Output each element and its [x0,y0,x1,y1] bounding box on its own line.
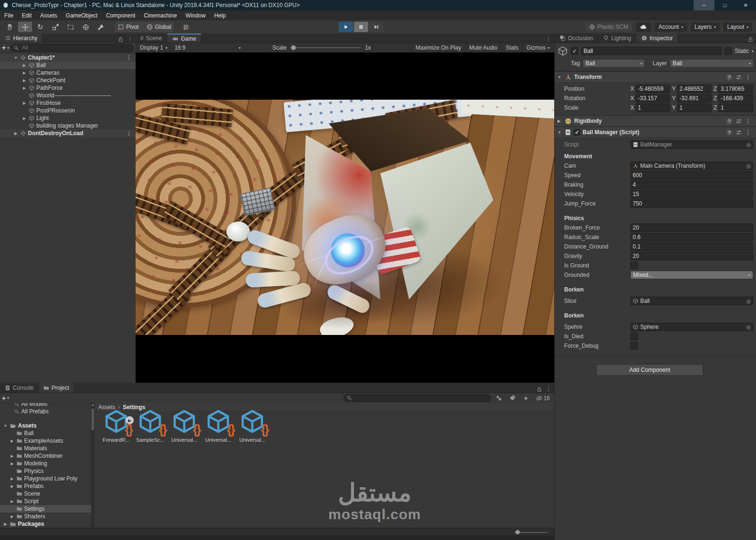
scale-y-field[interactable] [677,103,712,112]
menu-assets[interactable]: Assets [36,10,61,20]
tab-project[interactable]: Project [39,383,74,393]
account-dropdown[interactable]: Account▾ [655,22,687,32]
object-picker-icon[interactable]: ◎ [746,142,751,148]
layer-dropdown[interactable]: Ball▾ [670,59,754,68]
add-component-button[interactable]: Add Component [596,364,703,376]
layers-dropdown[interactable]: Layers▾ [691,22,720,32]
asset-item[interactable]: {} SampleSc... [135,410,165,443]
position-y-field[interactable] [677,85,712,93]
lock-icon[interactable] [747,36,754,43]
close-button[interactable]: ✕ [735,0,756,10]
presets-icon[interactable] [736,129,742,136]
scale-z-field[interactable] [718,103,753,112]
hierarchy-item[interactable]: Woorld------------------------------ [0,92,136,99]
tab-hierarchy[interactable]: Hierarchy [0,34,43,43]
transform-tool-button[interactable] [78,22,93,32]
scrollbar-thumb[interactable] [92,409,94,430]
lock-icon[interactable] [118,36,124,43]
help-icon[interactable]: ? [726,74,732,80]
menu-window[interactable]: Window [181,10,210,20]
static-checkbox[interactable] [724,47,732,55]
braking-field[interactable] [630,180,753,189]
script-object-field[interactable]: BallManager ◎ [630,140,753,149]
maximize-button[interactable]: □ [714,0,735,10]
step-button[interactable] [369,22,383,32]
tree-item-scene[interactable]: Scene [0,490,94,497]
presets-icon[interactable] [736,74,742,80]
scale-slider-knob[interactable] [291,45,296,50]
tree-item-prefabs[interactable]: ▶ Prefabs [0,482,94,490]
asset-item[interactable]: {} Universal... [203,410,233,443]
transform-component-header[interactable]: ▼ Transform ? ⋮ [555,71,756,83]
slice-object-field[interactable]: Ball ◎ [630,297,753,305]
tab-lighting[interactable]: Lighting [598,34,636,43]
pause-button[interactable] [354,22,368,32]
add-gameobject-button[interactable]: + [2,44,6,51]
tab-scene[interactable]: # Scene [136,34,167,43]
tree-item-exampleassets[interactable]: ▶ ExampleAssets [0,437,94,445]
scale-tool-button[interactable] [48,22,62,32]
pivot-toggle[interactable]: Pivot [126,24,139,30]
kebab-menu-icon[interactable]: ⋮ [126,130,136,137]
rotation-z-field[interactable] [718,94,753,103]
scale-slider[interactable] [290,47,361,48]
raduic-scale-field[interactable] [630,233,753,241]
hierarchy-item[interactable]: ▶ FirstHose [0,99,136,107]
distance-ground-field[interactable] [630,242,753,251]
chevron-down-icon[interactable]: ▾ [752,49,754,53]
thumbnail-size-slider[interactable] [515,532,548,533]
rotation-y-field[interactable] [677,94,712,103]
is-died-checkbox[interactable] [630,333,638,340]
display-dropdown[interactable]: Display 1▾ [137,43,171,52]
scale-x-field[interactable] [636,103,670,112]
gizmos-dropdown[interactable]: Gizmos▾ [522,43,553,52]
jump-force-field[interactable] [630,199,753,208]
grounded-dropdown[interactable]: Mixed...▾ [630,271,753,279]
rigidbody-component-header[interactable]: ▶ Rigidbody ? ⋮ [555,115,756,127]
custom-tool-button[interactable] [94,22,108,32]
hierarchy-item-dontdestroy[interactable]: ▶ DontDestroyOnLoad⋮ [0,129,136,137]
active-checkbox[interactable]: ✓ [571,47,578,55]
play-button[interactable] [339,22,353,32]
broken-force-field[interactable] [630,223,753,232]
menu-component[interactable]: Component [102,10,139,20]
menu-file[interactable]: File [0,10,17,20]
tree-item-materials[interactable]: Materials [0,445,94,452]
hierarchy-item[interactable]: ▶ Light [0,114,136,122]
menu-cinemachine[interactable]: Cinemachine [139,10,181,20]
scroll-up-icon[interactable]: ▲ [91,403,94,406]
cam-object-field[interactable]: Main Camera (Transform) ◎ [630,162,753,170]
rotate-tool-button[interactable]: ↻ [33,22,47,32]
tree-item-shaders[interactable]: ▶ Shaders [0,513,94,520]
kebab-menu-icon[interactable]: ⋮ [546,386,551,393]
help-icon[interactable]: ? [726,118,732,124]
kebab-menu-icon[interactable]: ⋮ [745,129,751,136]
menu-gameobject[interactable]: GameObject [61,10,102,20]
maximize-on-play-button[interactable]: Maximize On Play [411,43,465,52]
velocity-field[interactable] [630,190,753,198]
menu-edit[interactable]: Edit [17,10,36,20]
hierarchy-item-scene[interactable]: ▼ Chapter1*⋮ [0,54,136,61]
hierarchy-search[interactable] [10,44,134,52]
gravity-field[interactable] [630,252,753,260]
kebab-menu-icon[interactable]: ⋮ [126,54,136,61]
asset-item[interactable]: {} Universal... [237,410,267,443]
slider-knob[interactable] [515,530,520,534]
object-picker-icon[interactable]: ◎ [746,163,751,169]
tab-inspector[interactable]: Inspector [636,34,678,43]
tree-item-settings[interactable]: Settings [0,505,94,513]
add-asset-button[interactable]: + [2,394,6,402]
hierarchy-search-input[interactable] [21,44,130,51]
position-z-field[interactable] [718,85,753,93]
menu-help[interactable]: Help [210,10,230,20]
tree-item-ball[interactable]: Ball [0,429,94,437]
gameobject-name-field[interactable] [581,47,722,55]
grid-snap-button[interactable] [179,22,193,32]
cloud-button[interactable] [636,22,651,32]
plastic-scm-button[interactable]: Plastic SCM [585,22,632,32]
asset-item[interactable]: {} ▶ ForwardR... [101,410,131,443]
hierarchy-item[interactable]: building stages Manager [0,122,136,129]
search-by-type-button[interactable] [492,395,505,401]
tree-item-modeling[interactable]: ▶ Modeling [0,460,94,467]
aspect-dropdown[interactable]: 16:9▾ [171,43,244,52]
